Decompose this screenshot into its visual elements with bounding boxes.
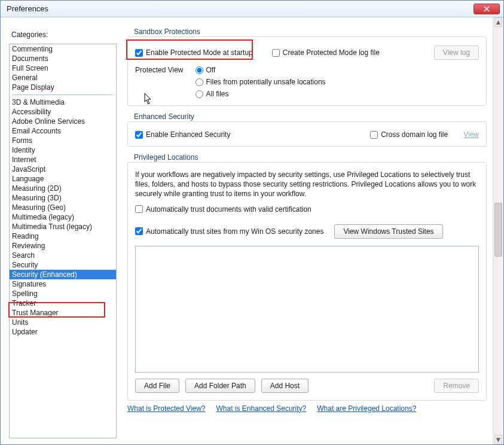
enable-protected-mode-label: Enable Protected Mode at startup [146,48,253,57]
pv-unsafe-input[interactable] [196,78,203,86]
sidebar-item[interactable]: Adobe Online Services [10,117,116,126]
pv-off-radio[interactable]: Off [196,66,326,74]
sidebar-item[interactable]: Updater [10,327,116,337]
help-protected-view-link[interactable]: What is Protected View? [127,404,206,413]
sidebar-item[interactable]: Measuring (3D) [10,193,116,203]
enable-protected-mode-input[interactable] [135,49,143,57]
sandbox-title: Sandbox Protections [132,28,203,36]
auto-trust-cert-input[interactable] [135,205,143,213]
close-icon [484,6,490,12]
pv-all-input[interactable] [196,90,203,98]
sidebar-item[interactable]: Security [10,260,116,270]
sidebar-item[interactable]: Reviewing [10,241,116,251]
enhanced-title: Enhanced Security [132,112,197,121]
view-log-button: View log [434,45,479,60]
auto-trust-cert-checkbox[interactable]: Automatically trust documents with valid… [135,205,311,214]
sidebar-item[interactable]: Multimedia Trust (legacy) [10,222,116,231]
sidebar-item[interactable]: Signatures [10,279,116,289]
privileged-group: Privileged Locations If your workflows a… [127,162,487,401]
sidebar-item[interactable]: Email Accounts [10,126,116,136]
sidebar-item[interactable]: Accessibility [10,107,116,117]
view-trusted-sites-button[interactable]: View Windows Trusted Sites [334,224,442,239]
help-links: What is Protected View? What is Enhanced… [127,404,487,413]
auto-trust-winzones-input[interactable] [135,227,143,235]
help-enhanced-security-link[interactable]: What is Enhanced Security? [216,404,307,413]
scroll-down-arrow-icon[interactable]: ▼ [494,435,502,444]
add-file-button[interactable]: Add File [135,379,179,393]
view-cross-log-link: View [463,130,479,139]
categories-label: Categories: [11,31,117,39]
scrollbar-thumb[interactable] [494,203,502,257]
add-host-button[interactable]: Add Host [261,379,308,393]
sidebar-item[interactable]: Internet [10,155,116,164]
titlebar: Preferences [1,1,503,17]
sidebar-item[interactable]: Commenting [10,44,116,54]
sidebar-item[interactable]: Multimedia (legacy) [10,212,116,222]
sidebar-item[interactable]: Trust Manager [10,308,116,318]
sidebar-item[interactable]: Documents [10,54,116,63]
enhanced-group: Enhanced Security Enable Enhanced Securi… [127,121,487,147]
auto-trust-winzones-checkbox[interactable]: Automatically trust sites from my Win OS… [135,227,323,236]
sidebar-item[interactable]: Units [10,318,116,327]
remove-button: Remove [434,379,479,393]
pv-off-input[interactable] [196,66,203,74]
sidebar-item[interactable]: Language [10,174,116,184]
cross-domain-log-input[interactable] [370,131,378,139]
help-privileged-locations-link[interactable]: What are Privileged Locations? [317,404,416,413]
sidebar: Categories: CommentingDocumentsFull Scre… [9,23,117,438]
sidebar-item[interactable]: Full Screen [10,63,116,73]
enable-enhanced-label: Enable Enhanced Security [146,130,230,139]
window-title: Preferences [7,4,474,13]
privileged-title: Privileged Locations [132,153,200,161]
sidebar-item[interactable]: Reading [10,231,116,241]
pv-all-radio[interactable]: All files [196,90,326,98]
sidebar-item[interactable]: Identity [10,145,116,155]
sidebar-item[interactable]: General [10,73,116,83]
categories-list[interactable]: CommentingDocumentsFull ScreenGeneralPag… [9,44,117,438]
create-log-input[interactable] [272,49,280,57]
preferences-dialog: Preferences Categories: CommentingDocume… [0,0,504,445]
sidebar-item[interactable]: Spelling [10,289,116,298]
sidebar-item[interactable]: Measuring (Geo) [10,203,116,212]
sidebar-item[interactable]: Measuring (2D) [10,184,116,193]
cross-domain-log-checkbox[interactable]: Cross domain log file [370,130,448,139]
privileged-description: If your workflows are negatively impacte… [135,170,479,199]
sidebar-item[interactable]: Security (Enhanced) [10,270,116,279]
pv-unsafe-radio[interactable]: Files from potentially unsafe locations [196,78,326,86]
pv-all-label: All files [206,90,229,98]
vertical-scrollbar[interactable]: ▲ ▼ [493,17,503,444]
create-log-checkbox[interactable]: Create Protected Mode log file [272,48,380,57]
privileged-locations-listbox[interactable] [135,246,479,373]
sandbox-group: Sandbox Protections Enable Protected Mod… [127,36,487,106]
enable-enhanced-input[interactable] [135,131,143,139]
cross-domain-log-label: Cross domain log file [381,130,448,139]
enable-protected-mode-checkbox[interactable]: Enable Protected Mode at startup [135,48,253,57]
sidebar-separator [12,95,114,95]
close-button[interactable] [474,4,500,14]
sidebar-item[interactable]: Search [10,251,116,260]
sidebar-item[interactable]: Page Display [10,83,116,92]
add-folder-button[interactable]: Add Folder Path [185,379,255,393]
scroll-up-arrow-icon[interactable]: ▲ [494,17,502,27]
sidebar-item[interactable]: 3D & Multimedia [10,97,116,107]
sidebar-item[interactable]: Forms [10,136,116,145]
protected-view-label: Protected View [135,66,184,74]
pv-unsafe-label: Files from potentially unsafe locations [206,78,326,86]
auto-trust-winzones-label: Automatically trust sites from my Win OS… [146,227,323,236]
pv-off-label: Off [206,66,216,74]
enable-enhanced-checkbox[interactable]: Enable Enhanced Security [135,130,230,139]
auto-trust-cert-label: Automatically trust documents with valid… [146,205,311,214]
sidebar-item[interactable]: Tracker [10,298,116,308]
create-log-label: Create Protected Mode log file [283,48,380,57]
sidebar-item[interactable]: JavaScript [10,164,116,174]
main-panel: Sandbox Protections Enable Protected Mod… [117,23,496,438]
